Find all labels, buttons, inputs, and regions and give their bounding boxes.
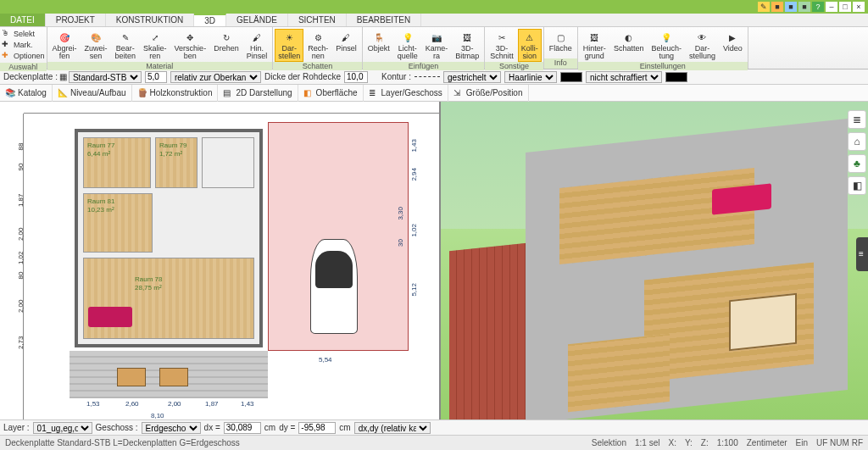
maximize-button[interactable]: □ bbox=[839, 2, 851, 12]
room-77[interactable]: Raum 776,44 m² bbox=[83, 137, 151, 188]
layer-label: Layer : bbox=[3, 423, 30, 432]
schraffur-select[interactable]: nicht schraffiert bbox=[586, 71, 662, 83]
bench-2[interactable] bbox=[159, 368, 188, 386]
tree-icon[interactable]: ♣ bbox=[848, 154, 866, 173]
dicke-input[interactable] bbox=[344, 71, 368, 83]
flaeche-button[interactable]: ▢Fläche bbox=[546, 29, 576, 58]
dx-label: dx = bbox=[204, 423, 220, 432]
layer-select[interactable]: 01_ug,eg,og bbox=[33, 422, 92, 434]
kontur-label: Kontur : bbox=[381, 72, 411, 81]
kollision-button[interactable]: ⚠Kolli- sion bbox=[518, 29, 542, 62]
titlebar-btn-4[interactable]: ■ bbox=[798, 2, 810, 12]
dim-label: 1,87 bbox=[205, 400, 219, 408]
house-icon[interactable]: ⌂ bbox=[848, 132, 866, 151]
bearbeiten-button[interactable]: ✎Bear- beiten bbox=[112, 29, 140, 62]
view-2d[interactable]: 88 90 1,87 2,00 1,02 80 2,00 2,73 Raum 7… bbox=[0, 102, 441, 419]
ribbon-group-auswahl: 🖱Selekt ✚Mark. ✚Optionen Auswahl bbox=[0, 27, 47, 69]
minimize-button[interactable]: – bbox=[826, 2, 837, 12]
rechnen-button[interactable]: ⚙Rech- nen bbox=[304, 29, 331, 62]
house-3d[interactable] bbox=[475, 127, 834, 411]
titlebar-btn-2[interactable]: ■ bbox=[771, 2, 783, 12]
sofa-2d[interactable] bbox=[88, 307, 132, 327]
tab-bearbeiten[interactable]: BEARBEITEN bbox=[347, 14, 421, 26]
kontur-select[interactable]: gestrichelt bbox=[443, 71, 501, 83]
holz-button[interactable]: 🪵Holzkonstruktion bbox=[132, 85, 219, 102]
haarlinie-select[interactable]: Haarlinie bbox=[504, 71, 557, 83]
ribbon-group-sonstige: ✂3D- Schnitt ⚠Kolli- sion Sonstige bbox=[485, 27, 544, 69]
dim-label: 2,60 bbox=[125, 400, 139, 408]
geschoss-label: Geschoss : bbox=[96, 423, 138, 432]
dicke-label: Dicke der Rohdecke bbox=[264, 72, 341, 81]
beleuchtung-button[interactable]: 💡Beleuch- tung bbox=[648, 29, 685, 62]
niveau-button[interactable]: 📐Niveau/Aufbau bbox=[53, 85, 132, 102]
skalieren-button[interactable]: ⤢Skalie- ren bbox=[140, 29, 170, 62]
abgreifen-button[interactable]: 🎯Abgrei- fen bbox=[49, 29, 81, 62]
relativ-select[interactable]: relativ zur Oberkan bbox=[170, 71, 261, 83]
deckenplatte-select[interactable]: Standard-STB bbox=[69, 71, 142, 83]
room-79[interactable]: Raum 791,72 m² bbox=[155, 137, 198, 188]
stair-area[interactable] bbox=[202, 137, 254, 188]
darstellen-button[interactable]: ☀Dar- stellen bbox=[275, 29, 303, 62]
tab-projekt[interactable]: PROJEKT bbox=[46, 14, 106, 26]
zuweisen-button[interactable]: 🎨Zuwei- sen bbox=[81, 29, 111, 62]
tab-sichten[interactable]: SICHTEN bbox=[288, 14, 347, 26]
video-button[interactable]: ▶Video bbox=[720, 29, 746, 62]
schnitt-button[interactable]: ✂3D- Schnitt bbox=[487, 29, 517, 62]
objekt-button[interactable]: 🪑Objekt bbox=[364, 29, 393, 62]
mark-button[interactable]: ✚Mark. bbox=[2, 40, 45, 50]
ribbon-group-schatten: ☀Dar- stellen ⚙Rech- nen 🖌Pinsel Schatte… bbox=[273, 27, 363, 69]
secondary-toolbar: 📚Katalog 📐Niveau/Aufbau 🪵Holzkonstruktio… bbox=[0, 85, 868, 102]
kamera-button[interactable]: 📷Kame- ra bbox=[422, 29, 452, 62]
bed-3d[interactable] bbox=[729, 293, 797, 351]
tab-datei[interactable]: DATEI bbox=[0, 14, 46, 26]
bench-1[interactable] bbox=[117, 368, 146, 386]
optionen-button[interactable]: ✚Optionen bbox=[2, 51, 45, 61]
close-button[interactable]: × bbox=[853, 2, 865, 12]
group-label-einstellungen: Einstellungen bbox=[578, 62, 748, 70]
hintergrund-button[interactable]: 🖼Hinter- grund bbox=[580, 29, 609, 62]
dim-label: 30 bbox=[397, 239, 404, 247]
group-label-sonstige: Sonstige bbox=[485, 62, 543, 70]
dx-input[interactable] bbox=[224, 422, 261, 434]
color-swatch[interactable] bbox=[560, 72, 582, 82]
ribbon: 🖱Selekt ✚Mark. ✚Optionen Auswahl 🎯Abgrei… bbox=[0, 27, 868, 69]
bitmap-button[interactable]: 🖼3D- Bitmap bbox=[452, 29, 482, 62]
room-81[interactable]: Raum 8110,23 m² bbox=[83, 193, 153, 253]
layer-geschoss-button[interactable]: ≣Layer/Geschoss bbox=[364, 85, 448, 102]
katalog-button[interactable]: 📚Katalog bbox=[0, 85, 53, 102]
pinsel-button[interactable]: 🖌Pinsel bbox=[332, 29, 360, 62]
side-panel-pulltab[interactable] bbox=[856, 237, 868, 271]
layers-icon[interactable]: ≣ bbox=[848, 110, 866, 129]
tab-konstruktion[interactable]: KONSTRUKTION bbox=[106, 14, 194, 26]
color-swatch-2[interactable] bbox=[665, 72, 687, 82]
verschieben-button[interactable]: ✥Verschie- ben bbox=[171, 29, 210, 62]
ribbon-group-einstellungen: 🖼Hinter- grund ◐Schatten 💡Beleuch- tung … bbox=[578, 27, 748, 69]
geschoss-select[interactable]: Erdgeschos bbox=[142, 422, 201, 434]
dim-label: 3,30 bbox=[397, 207, 404, 220]
dy-input[interactable] bbox=[298, 422, 336, 434]
drehen-button[interactable]: ↻Drehen bbox=[210, 29, 242, 62]
lichtquelle-button[interactable]: 💡Licht- quelle bbox=[394, 29, 421, 62]
status-x: X: bbox=[668, 438, 676, 447]
titlebar-btn-1[interactable]: ✎ bbox=[758, 2, 770, 12]
titlebar-btn-3[interactable]: ■ bbox=[785, 2, 797, 12]
darstellung2d-button[interactable]: ▤2D Darstellung bbox=[218, 85, 298, 102]
help-button[interactable]: ? bbox=[812, 2, 824, 12]
car-2d[interactable] bbox=[310, 239, 358, 334]
selekt-button[interactable]: 🖱Selekt bbox=[2, 29, 45, 39]
darstellung-button[interactable]: 👁Dar- stellung bbox=[686, 29, 719, 62]
tab-gelaende[interactable]: GELÄNDE bbox=[226, 14, 288, 26]
options-bar: Deckenplatte : ▦ Standard-STB relativ zu… bbox=[0, 69, 868, 85]
view-3d[interactable]: ≣ ⌂ ♣ ◧ bbox=[441, 102, 868, 419]
status-unit: Zentimeter bbox=[747, 438, 787, 447]
num1-input[interactable] bbox=[145, 71, 167, 83]
tab-3d[interactable]: 3D bbox=[194, 14, 226, 26]
hin-pinsel-button[interactable]: 🖌Hin. Pinsel bbox=[243, 29, 271, 62]
groesse-position-button[interactable]: ⇲Größe/Position bbox=[448, 85, 529, 102]
oberflaeche-button[interactable]: ◧Oberfläche bbox=[298, 85, 364, 102]
ribbon-group-material: 🎯Abgrei- fen 🎨Zuwei- sen ✎Bear- beiten ⤢… bbox=[47, 27, 274, 69]
schatten-settings-button[interactable]: ◐Schatten bbox=[610, 29, 648, 62]
palette-icon[interactable]: ◧ bbox=[848, 176, 866, 195]
coord-mode-select[interactable]: dx,dy (relativ ka bbox=[354, 422, 431, 434]
floorplan[interactable]: Raum 776,44 m² Raum 791,72 m² Raum 8110,… bbox=[24, 114, 439, 419]
